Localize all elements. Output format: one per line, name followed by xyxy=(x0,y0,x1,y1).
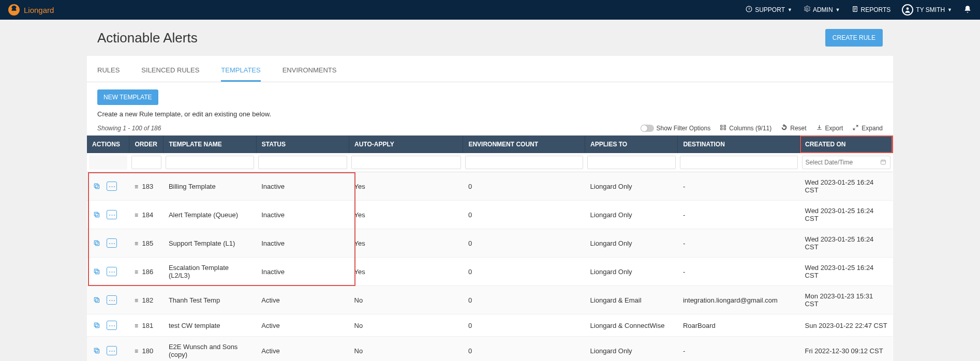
svg-rect-27 xyxy=(96,350,99,353)
filter-created[interactable] xyxy=(802,156,890,169)
template-name: Alert Template (Queue) xyxy=(164,201,256,229)
expand-icon xyxy=(852,124,859,132)
copy-icon[interactable] xyxy=(92,346,101,355)
nav-admin[interactable]: ADMIN ▼ xyxy=(804,6,840,14)
svg-rect-18 xyxy=(94,212,98,216)
col-order[interactable]: ORDER xyxy=(129,136,164,153)
create-rule-button[interactable]: CREATE RULE xyxy=(825,29,883,47)
columns-picker[interactable]: Columns (9/11) xyxy=(720,124,771,132)
export-button[interactable]: Export xyxy=(816,124,843,132)
created-on-value: Sun 2023-01-22 22:47 CST xyxy=(800,314,893,337)
copy-icon[interactable] xyxy=(92,321,101,330)
col-applies-to[interactable]: APPLIES TO xyxy=(585,136,678,153)
filter-dest[interactable] xyxy=(680,156,798,169)
drag-handle-icon[interactable]: ≡ xyxy=(135,183,138,190)
new-template-button[interactable]: NEW TEMPLATE xyxy=(97,89,158,105)
svg-point-6 xyxy=(907,7,909,10)
col-created-on[interactable]: CREATED ON xyxy=(800,136,893,153)
more-actions-icon[interactable]: ⋯ xyxy=(107,210,117,219)
env-count-value: 0 xyxy=(463,201,585,229)
more-actions-icon[interactable]: ⋯ xyxy=(107,238,117,248)
more-actions-icon[interactable]: ⋯ xyxy=(107,182,117,191)
more-actions-icon[interactable]: ⋯ xyxy=(107,321,117,330)
order-value: 181 xyxy=(142,322,154,329)
env-count-value: 0 xyxy=(463,314,585,337)
drag-handle-icon[interactable]: ≡ xyxy=(135,212,138,219)
nav-reports[interactable]: REPORTS xyxy=(852,6,891,14)
svg-text:?: ? xyxy=(748,7,750,11)
tab-rules[interactable]: RULES xyxy=(97,60,120,82)
reset-button[interactable]: Reset xyxy=(781,124,806,132)
copy-icon[interactable] xyxy=(92,238,101,248)
drag-handle-icon[interactable]: ≡ xyxy=(135,240,138,247)
table-row[interactable]: ⋯ ≡ 186 Escalation Template (L2/L3) Inac… xyxy=(87,258,893,286)
filter-auto[interactable] xyxy=(351,156,461,169)
filter-order[interactable] xyxy=(131,156,161,169)
copy-icon[interactable] xyxy=(92,182,101,191)
drag-handle-icon[interactable]: ≡ xyxy=(135,348,138,355)
svg-rect-23 xyxy=(96,299,99,303)
status-value: Inactive xyxy=(256,201,349,229)
nav-user[interactable]: TY SMITH ▼ xyxy=(902,4,952,16)
brand[interactable]: Liongard xyxy=(8,4,54,16)
template-name: Support Template (L1) xyxy=(164,229,256,258)
created-on-value: Wed 2023-01-25 16:24 CST xyxy=(800,258,893,286)
columns-icon xyxy=(720,124,726,132)
table-row[interactable]: ⋯ ≡ 185 Support Template (L1) Inactive Y… xyxy=(87,229,893,258)
nav-support[interactable]: ? SUPPORT ▼ xyxy=(746,6,792,14)
col-actions[interactable]: ACTIONS xyxy=(87,136,129,153)
applies-to-value: Liongard Only xyxy=(585,337,678,362)
svg-rect-10 xyxy=(724,128,725,130)
filter-applies[interactable] xyxy=(587,156,676,169)
status-value: Inactive xyxy=(256,172,349,201)
destination-value: - xyxy=(678,172,800,201)
col-status[interactable]: STATUS xyxy=(256,136,349,153)
table-row[interactable]: ⋯ ≡ 182 Thanh Test Temp Active No 0 Lion… xyxy=(87,286,893,314)
more-actions-icon[interactable]: ⋯ xyxy=(107,295,117,305)
destination-value: - xyxy=(678,337,800,362)
created-on-value: Fri 2022-12-30 09:12 CST xyxy=(800,337,893,362)
tab-silenced-rules[interactable]: SILENCED RULES xyxy=(141,60,199,82)
drag-handle-icon[interactable]: ≡ xyxy=(135,322,138,329)
tab-templates[interactable]: TEMPLATES xyxy=(221,60,260,82)
caret-down-icon: ▼ xyxy=(836,7,840,12)
destination-value: integration.liongard@gmail.com xyxy=(678,286,800,314)
filter-name[interactable] xyxy=(166,156,254,169)
status-value: Inactive xyxy=(256,258,349,286)
copy-icon[interactable] xyxy=(92,210,101,219)
brand-logo-icon xyxy=(8,4,20,16)
applies-to-value: Liongard Only xyxy=(585,172,678,201)
copy-icon[interactable] xyxy=(92,295,101,305)
auto-apply-value: Yes xyxy=(349,258,463,286)
drag-handle-icon[interactable]: ≡ xyxy=(135,297,138,304)
table-row[interactable]: ⋯ ≡ 180 E2E Wunsch and Sons (copy) Activ… xyxy=(87,337,893,362)
calendar-icon xyxy=(880,159,886,166)
filter-row xyxy=(87,153,893,172)
auto-apply-value: Yes xyxy=(349,229,463,258)
expand-button[interactable]: Expand xyxy=(852,124,883,132)
svg-rect-8 xyxy=(721,128,722,130)
more-actions-icon[interactable]: ⋯ xyxy=(107,346,117,355)
more-actions-icon[interactable]: ⋯ xyxy=(107,267,117,276)
tabs: RULES SILENCED RULES TEMPLATES ENVIRONME… xyxy=(87,60,893,82)
table-row[interactable]: ⋯ ≡ 184 Alert Template (Queue) Inactive … xyxy=(87,201,893,229)
col-destination[interactable]: DESTINATION xyxy=(678,136,800,153)
filter-status[interactable] xyxy=(258,156,347,169)
auto-apply-value: Yes xyxy=(349,201,463,229)
env-count-value: 0 xyxy=(463,258,585,286)
drag-handle-icon[interactable]: ≡ xyxy=(135,268,138,276)
col-environment-count[interactable]: ENVIRONMENT COUNT xyxy=(463,136,585,153)
table-row[interactable]: ⋯ ≡ 183 Billing Template Inactive Yes 0 … xyxy=(87,172,893,201)
copy-icon[interactable] xyxy=(92,267,101,276)
tab-environments[interactable]: ENVIRONMENTS xyxy=(283,60,337,82)
filter-env[interactable] xyxy=(465,156,583,169)
col-template-name[interactable]: TEMPLATE NAME xyxy=(164,136,256,153)
table-row[interactable]: ⋯ ≡ 181 test CW template Active No 0 Lio… xyxy=(87,314,893,337)
env-count-value: 0 xyxy=(463,172,585,201)
status-value: Active xyxy=(256,314,349,337)
toggle-filter-options[interactable]: Show Filter Options xyxy=(641,125,711,132)
created-on-value: Wed 2023-01-25 16:24 CST xyxy=(800,229,893,258)
bell-icon xyxy=(963,5,972,15)
nav-notifications[interactable] xyxy=(963,5,972,15)
col-auto-apply[interactable]: AUTO-APPLY xyxy=(349,136,463,153)
